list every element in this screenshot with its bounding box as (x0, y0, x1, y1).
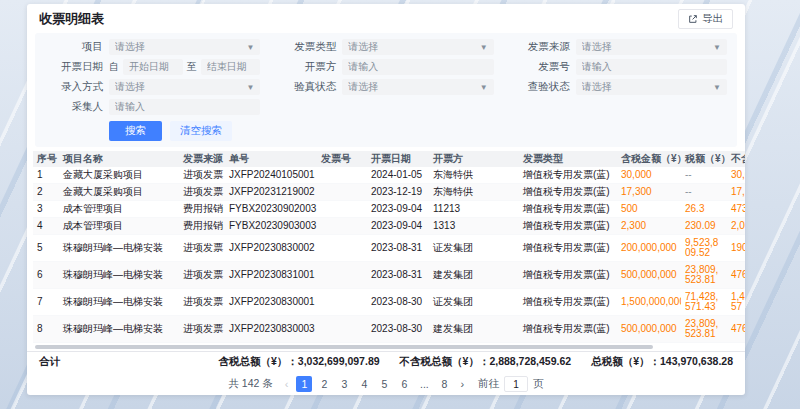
cell-issuer: 建发集团 (429, 262, 519, 289)
page-button-5[interactable]: 5 (376, 376, 392, 392)
jump-prefix: 前往 (478, 377, 499, 391)
cell-order_no: JXFP20240105001 (225, 167, 317, 184)
table-row[interactable]: 6珠穆朗玛峰—电梯安装进项发票JXFP202308310012023-08-31… (33, 262, 745, 289)
page-jump-input[interactable] (504, 376, 528, 392)
cell-no: 5 (33, 235, 59, 262)
cell-issuer: 1313 (429, 218, 519, 235)
cell-issuer: 证发集团 (429, 289, 519, 316)
cell-source: 进项发票 (179, 235, 225, 262)
end-date-input[interactable] (201, 59, 261, 75)
export-button-label: 导出 (702, 12, 723, 26)
total-with-tax: 含税总额（¥）：3,032,699,097.89 (218, 355, 379, 369)
invoice-source-label: 发票来源 (512, 40, 570, 54)
project-select[interactable]: 请选择 ▼ (109, 39, 260, 55)
table-row[interactable]: 7珠穆朗玛峰—电梯安装进项发票JXFP202308300012023-08-30… (33, 289, 745, 316)
cell-date: 2023-08-30 (367, 316, 429, 343)
invoice-no-input[interactable] (576, 59, 727, 75)
cell-issuer: 证发集团 (429, 235, 519, 262)
page-title: 收票明细表 (39, 10, 104, 28)
cell-project: 成本管理项目 (59, 218, 179, 235)
cell-type: 增值税专用发票(蓝) (519, 184, 617, 201)
cell-type: 增值税专用发票(蓝) (519, 201, 617, 218)
page-button-4[interactable]: 4 (356, 376, 372, 392)
cell-invoice_no (317, 184, 367, 201)
page-button-2[interactable]: 2 (316, 376, 332, 392)
cell-amount_without_tax: 17,300 (727, 184, 745, 201)
cell-amount_without_tax: 30,000 (727, 167, 745, 184)
panel-header: 收票明细表 导出 (27, 4, 745, 31)
cell-no: 6 (33, 262, 59, 289)
filter-spacer (278, 99, 493, 115)
cell-date: 2023-12-19 (367, 184, 429, 201)
table-row[interactable]: 4成本管理项目费用报销FYBX202309030032023-09-041313… (33, 218, 745, 235)
cell-source: 进项发票 (179, 167, 225, 184)
date-separator: 至 (187, 60, 197, 74)
horizontal-scrollbar[interactable] (35, 345, 737, 349)
invoice-source-select[interactable]: 请选择 ▼ (576, 39, 727, 55)
start-date-input[interactable] (123, 59, 183, 75)
review-status-select[interactable]: 请选择 ▼ (576, 79, 727, 95)
collector-input[interactable] (109, 99, 260, 115)
entry-method-select[interactable]: 请选择 ▼ (109, 79, 260, 95)
chevron-down-icon: ▼ (713, 43, 721, 52)
cell-issuer: 东海特供 (429, 167, 519, 184)
table-row[interactable]: 2金藏大厦采购项目进项发票JXFP202312190022023-12-19东海… (33, 184, 745, 201)
cell-amount_with_tax: 30,000 (617, 167, 681, 184)
cell-amount_without_tax: 2,069.91 (727, 218, 745, 235)
cell-tax: 23,809,523.81 (681, 262, 727, 289)
filter-panel: 项目 请选择 ▼ 发票类型 请选择 ▼ 发票来源 请选择 ▼ (35, 33, 737, 147)
prev-page-button[interactable]: ‹ (283, 376, 291, 392)
filter-field-invoice-type: 发票类型 请选择 ▼ (278, 39, 493, 55)
cell-tax: 9,523,809.52 (681, 235, 727, 262)
cell-project: 金藏大厦采购项目 (59, 184, 179, 201)
cell-type: 增值税专用发票(蓝) (519, 289, 617, 316)
export-button[interactable]: 导出 (678, 9, 733, 29)
page-button-1[interactable]: 1 (296, 376, 312, 392)
cell-amount_without_tax: 190,476,190.48 (727, 235, 745, 262)
project-label: 项目 (45, 40, 103, 54)
invoice-type-select[interactable]: 请选择 ▼ (342, 39, 493, 55)
cell-type: 增值税专用发票(蓝) (519, 262, 617, 289)
page-button-3[interactable]: 3 (336, 376, 352, 392)
search-button[interactable]: 搜索 (109, 121, 162, 141)
verify-status-select[interactable]: 请选择 ▼ (342, 79, 493, 95)
jump-suffix: 页 (533, 377, 544, 391)
column-header: 税额（¥） (681, 151, 727, 167)
cell-issuer: 建发集团 (429, 316, 519, 343)
collector-label: 采集人 (45, 100, 103, 114)
total-without-tax: 不含税总额（¥）：2,888,728,459.62 (400, 355, 572, 369)
column-header: 开票方 (429, 151, 519, 167)
invoice-source-placeholder: 请选择 (582, 40, 709, 54)
cell-invoice_no (317, 316, 367, 343)
filter-actions: 搜索 清空搜索 (109, 121, 727, 141)
invoice-detail-panel: 收票明细表 导出 项目 请选择 ▼ 发票类型 (27, 4, 745, 395)
table-row[interactable]: 1金藏大厦采购项目进项发票JXFP202401050012024-01-05东海… (33, 167, 745, 184)
cell-date: 2023-09-04 (367, 201, 429, 218)
next-page-button[interactable]: › (458, 376, 466, 392)
cell-date: 2023-08-31 (367, 235, 429, 262)
chevron-down-icon: ▼ (713, 83, 721, 92)
table-row[interactable]: 8珠穆朗玛峰—电梯安装进项发票JXFP202308300032023-08-30… (33, 316, 745, 343)
pagination-total: 共 142 条 (228, 377, 272, 391)
issuer-label: 开票方 (278, 60, 336, 74)
export-icon (688, 14, 698, 24)
cell-project: 珠穆朗玛峰—电梯安装 (59, 316, 179, 343)
verify-status-placeholder: 请选择 (348, 80, 475, 94)
cell-amount_without_tax: 476,190,476.19 (727, 316, 745, 343)
table-row[interactable]: 5珠穆朗玛峰—电梯安装进项发票JXFP202308300022023-08-31… (33, 235, 745, 262)
verify-status-label: 验真状态 (278, 80, 336, 94)
table-header-row: 序号项目名称发票来源单号发票号开票日期开票方发票类型含税金额（¥）税额（¥）不含… (33, 151, 745, 167)
cell-tax: 230.09 (681, 218, 727, 235)
scrollbar-thumb[interactable] (35, 345, 653, 349)
clear-search-button[interactable]: 清空搜索 (170, 121, 232, 141)
page-ellipsis[interactable]: ... (416, 376, 432, 392)
page-button-8[interactable]: 8 (436, 376, 452, 392)
page-button-6[interactable]: 6 (396, 376, 412, 392)
cell-tax: -- (681, 167, 727, 184)
filter-spacer (512, 99, 727, 115)
table-row[interactable]: 3成本管理项目费用报销FYBX202309020032023-09-041121… (33, 201, 745, 218)
date-prefix: 自 (109, 60, 119, 74)
issuer-input[interactable] (342, 59, 493, 75)
cell-amount_with_tax: 2,300 (617, 218, 681, 235)
cell-source: 进项发票 (179, 289, 225, 316)
